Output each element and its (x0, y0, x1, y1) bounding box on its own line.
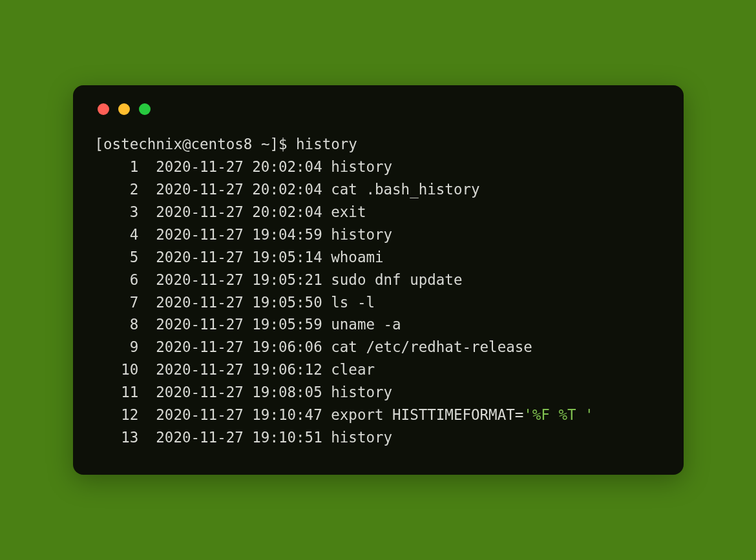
history-line: 9 2020-11-27 19:06:06 cat /etc/redhat-re… (95, 336, 662, 358)
history-line: 5 2020-11-27 19:05:14 whoami (95, 246, 662, 269)
history-number: 5 (95, 246, 139, 269)
window-title-bar (95, 99, 662, 133)
history-line: 6 2020-11-27 19:05:21 sudo dnf update (95, 269, 662, 291)
prompt-user: ostechnix (103, 136, 182, 152)
history-sep (322, 313, 331, 336)
history-number: 1 (95, 156, 139, 178)
prompt-space (252, 136, 261, 152)
history-number: 4 (95, 223, 139, 246)
history-timestamp: 2020-11-27 19:05:21 (156, 271, 322, 288)
shell-prompt-line: [ostechnix@centos8 ~]$ history (95, 133, 662, 156)
history-sep (138, 381, 156, 404)
history-number: 13 (95, 426, 139, 449)
history-number: 2 (95, 178, 139, 201)
history-timestamp: 2020-11-27 19:04:59 (156, 226, 322, 243)
history-sep (322, 291, 331, 314)
history-sep (138, 426, 156, 449)
history-output: 1 2020-11-27 20:02:04 history2 2020-11-2… (95, 156, 662, 448)
history-number: 9 (95, 336, 139, 358)
history-command: uname -a (331, 316, 401, 333)
history-line: 13 2020-11-27 19:10:51 history (95, 426, 662, 449)
history-line: 3 2020-11-27 20:02:04 exit (95, 201, 662, 223)
history-quoted-string: '%F %T ' (523, 406, 593, 423)
terminal-window: [ostechnix@centos8 ~]$ history1 2020-11-… (73, 85, 684, 474)
history-sep (138, 223, 156, 246)
history-command: cat .bash_history (331, 181, 479, 198)
prompt-dollar: $ (278, 136, 288, 152)
history-number: 8 (95, 313, 139, 336)
history-timestamp: 2020-11-27 19:06:06 (156, 338, 322, 355)
history-sep (138, 313, 156, 336)
history-line: 7 2020-11-27 19:05:50 ls -l (95, 291, 662, 314)
history-command: history (331, 158, 392, 175)
close-icon[interactable] (98, 103, 109, 115)
history-sep (322, 404, 331, 426)
history-sep (322, 156, 331, 178)
prompt-host: centos8 (191, 136, 253, 152)
history-sep (322, 223, 331, 246)
history-line: 11 2020-11-27 19:08:05 history (95, 381, 662, 404)
history-timestamp: 2020-11-27 19:05:50 (156, 294, 322, 311)
prompt-at: @ (182, 136, 191, 152)
history-line: 12 2020-11-27 19:10:47 export HISTTIMEFO… (95, 404, 662, 426)
history-sep (322, 381, 331, 404)
history-number: 6 (95, 269, 139, 291)
history-command: history (331, 384, 392, 400)
prompt-command: history (296, 136, 357, 152)
history-command: ls -l (331, 294, 375, 311)
prompt-space2 (288, 136, 297, 152)
history-timestamp: 2020-11-27 19:06:12 (156, 361, 322, 378)
history-sep (138, 178, 156, 201)
history-line: 2 2020-11-27 20:02:04 cat .bash_history (95, 178, 662, 201)
history-sep (138, 201, 156, 223)
history-timestamp: 2020-11-27 19:10:51 (156, 429, 322, 446)
history-timestamp: 2020-11-27 19:08:05 (156, 384, 322, 400)
history-command: history (331, 429, 392, 446)
history-number: 11 (95, 381, 139, 404)
prompt-open-bracket: [ (95, 136, 104, 152)
history-sep (322, 269, 331, 291)
history-number: 12 (95, 404, 139, 426)
history-sep (322, 426, 331, 449)
history-line: 10 2020-11-27 19:06:12 clear (95, 358, 662, 381)
history-sep (322, 336, 331, 358)
history-command: whoami (331, 249, 383, 265)
history-sep (138, 269, 156, 291)
history-timestamp: 2020-11-27 19:10:47 (156, 406, 322, 423)
history-sep (322, 358, 331, 381)
terminal-content[interactable]: [ostechnix@centos8 ~]$ history1 2020-11-… (95, 133, 662, 448)
history-line: 8 2020-11-27 19:05:59 uname -a (95, 313, 662, 336)
history-sep (322, 201, 331, 223)
history-sep (138, 291, 156, 314)
history-sep (322, 178, 331, 201)
history-timestamp: 2020-11-27 19:05:14 (156, 249, 322, 265)
history-timestamp: 2020-11-27 19:05:59 (156, 316, 322, 333)
history-number: 7 (95, 291, 139, 314)
history-command: exit (331, 203, 366, 220)
history-line: 4 2020-11-27 19:04:59 history (95, 223, 662, 246)
history-line: 1 2020-11-27 20:02:04 history (95, 156, 662, 178)
history-number: 10 (95, 358, 139, 381)
history-command: export HISTTIMEFORMAT= (331, 406, 523, 423)
prompt-path: ~ (261, 136, 270, 152)
history-number: 3 (95, 201, 139, 223)
history-sep (138, 336, 156, 358)
history-command: sudo dnf update (331, 271, 462, 288)
history-sep (138, 404, 156, 426)
minimize-icon[interactable] (118, 103, 130, 115)
prompt-close-bracket: ] (269, 136, 278, 152)
history-sep (138, 358, 156, 381)
history-sep (138, 246, 156, 269)
history-command: cat /etc/redhat-release (331, 338, 532, 355)
history-timestamp: 2020-11-27 20:02:04 (156, 181, 322, 198)
maximize-icon[interactable] (139, 103, 151, 115)
history-timestamp: 2020-11-27 20:02:04 (156, 203, 322, 220)
history-command: clear (331, 361, 375, 378)
history-sep (322, 246, 331, 269)
history-sep (138, 156, 156, 178)
history-command: history (331, 226, 392, 243)
history-timestamp: 2020-11-27 20:02:04 (156, 158, 322, 175)
